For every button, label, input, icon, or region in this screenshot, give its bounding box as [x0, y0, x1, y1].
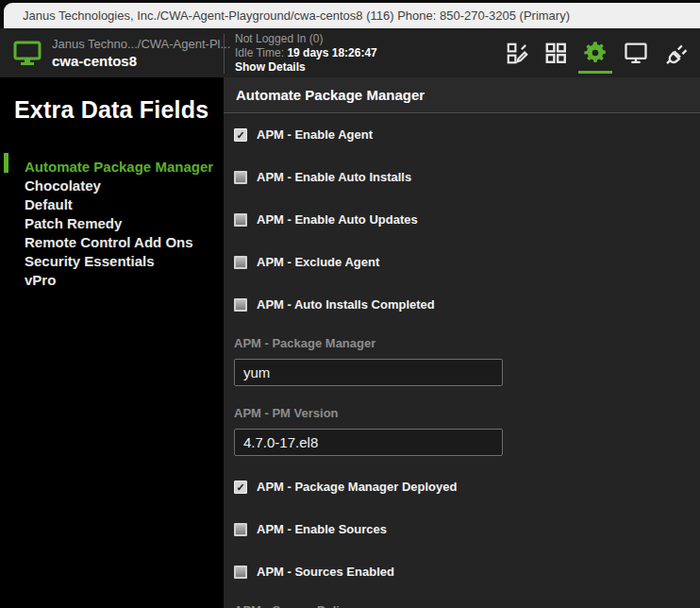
header-divider	[224, 34, 225, 74]
field-row-apm-sources-enabled: APM - Sources Enabled	[224, 550, 700, 593]
fields: ✓APM - Enable AgentAPM - Enable Auto Ins…	[224, 113, 700, 608]
login-status: Not Logged In (0)	[235, 32, 377, 46]
section-title: Automate Package Manager	[236, 87, 425, 103]
sidebar-item-default[interactable]: Default	[0, 195, 224, 214]
apm-enable-sources-checkbox[interactable]	[234, 523, 247, 536]
agent-header: Janus Techno.../CWA-Agent-Pl... cwa-cent…	[0, 28, 700, 77]
field-row-apm-package-manager-deployed: ✓APM - Package Manager Deployed	[224, 465, 700, 508]
app-window: Janus Technologies, Inc./CWA-Agent-Playg…	[0, 0, 700, 608]
field-row-apm-enable-agent: ✓APM - Enable Agent	[224, 113, 700, 156]
sidebar-item-remote-control-add-ons[interactable]: Remote Control Add Ons	[0, 233, 224, 252]
checkbox-label: APM - Auto Installs Completed	[257, 297, 435, 312]
apm-enable-agent-checkbox[interactable]: ✓	[234, 128, 247, 142]
checkbox-label: APM - Enable Sources	[257, 522, 387, 536]
apm-enable-auto-installs-checkbox[interactable]	[234, 171, 247, 184]
checkbox-label: APM - Exclude Agent	[257, 255, 379, 269]
field-row-apm-auto-installs-completed: APM - Auto Installs Completed	[224, 283, 700, 326]
field-row-apm-exclude-agent: APM - Exclude Agent	[224, 241, 700, 283]
sidebar-item-vpro[interactable]: vPro	[0, 271, 224, 290]
computer-name: cwa-centos8	[52, 53, 230, 70]
window-title: Janus Technologies, Inc./CWA-Agent-Playg…	[4, 8, 570, 23]
selected-item-indicator	[4, 153, 8, 173]
apm-exclude-agent-checkbox[interactable]	[234, 256, 247, 269]
field-label: APM - PM Version	[234, 406, 700, 420]
checkbox-label: APM - Package Manager Deployed	[257, 480, 457, 494]
field-label: APM - Source Policy	[234, 603, 700, 608]
title-bar-tab: Janus Technologies, Inc./CWA-Agent-Playg…	[4, 3, 700, 28]
checkbox-label: APM - Enable Auto Updates	[257, 212, 418, 227]
sidebar-item-automate-package-manager[interactable]: Automate Package Manager	[0, 158, 224, 177]
section-header: Automate Package Manager	[224, 77, 700, 113]
main-panel: Automate Package Manager ✓APM - Enable A…	[224, 77, 700, 608]
sidebar-item-patch-remedy[interactable]: Patch Remedy	[0, 214, 224, 233]
apm-package-manager-input[interactable]	[234, 359, 503, 386]
idle-time: Idle Time: 19 days 18:26:47	[235, 46, 377, 60]
sidebar-item-chocolatey[interactable]: Chocolatey	[0, 177, 224, 195]
sidebar-list: Automate Package ManagerChocolateyDefaul…	[0, 158, 224, 290]
field-group-apm-source-policy: APM - Source Policy	[224, 593, 700, 608]
checkbox-label: APM - Enable Auto Installs	[257, 170, 411, 184]
field-row-apm-enable-auto-installs: APM - Enable Auto Installs	[224, 156, 700, 198]
field-label: APM - Package Manager	[234, 336, 700, 350]
status-block: Not Logged In (0) Idle Time: 19 days 18:…	[235, 32, 377, 75]
show-details-link[interactable]: Show Details	[235, 60, 377, 75]
field-row-apm-enable-auto-updates: APM - Enable Auto Updates	[224, 198, 700, 241]
gear-icon[interactable]	[581, 28, 609, 77]
monitor-icon[interactable]	[622, 28, 650, 77]
breadcrumb: Janus Techno.../CWA-Agent-Pl...	[52, 36, 230, 53]
apm-auto-installs-completed-checkbox[interactable]	[234, 298, 247, 312]
field-group-apm-package-manager: APM - Package Manager	[224, 326, 700, 396]
title-bar: Janus Technologies, Inc./CWA-Agent-Playg…	[0, 0, 700, 28]
plug-icon[interactable]	[662, 28, 691, 77]
idle-time-value: 19 days 18:26:47	[287, 46, 376, 59]
computer-monitor-icon	[12, 39, 42, 71]
apm-package-manager-deployed-checkbox[interactable]: ✓	[234, 481, 247, 494]
host-info: Janus Techno.../CWA-Agent-Pl... cwa-cent…	[52, 36, 230, 70]
apm-pm-version-input[interactable]	[234, 429, 503, 456]
field-row-apm-enable-sources: APM - Enable Sources	[224, 508, 700, 550]
header-toolbar	[504, 28, 691, 77]
checkbox-label: APM - Enable Agent	[257, 127, 373, 142]
apm-sources-enabled-checkbox[interactable]	[234, 566, 247, 579]
sidebar: Extra Data Fields Automate Package Manag…	[0, 77, 224, 608]
idle-time-label: Idle Time:	[235, 46, 284, 59]
apm-enable-auto-updates-checkbox[interactable]	[234, 213, 247, 227]
field-group-apm-pm-version: APM - PM Version	[224, 396, 700, 465]
sidebar-title: Extra Data Fields	[0, 77, 224, 124]
grid-icon[interactable]	[542, 28, 569, 77]
checkbox-label: APM - Sources Enabled	[257, 565, 394, 579]
sidebar-item-security-essentials[interactable]: Security Essentials	[0, 252, 224, 271]
edit-data-icon[interactable]	[504, 28, 530, 77]
